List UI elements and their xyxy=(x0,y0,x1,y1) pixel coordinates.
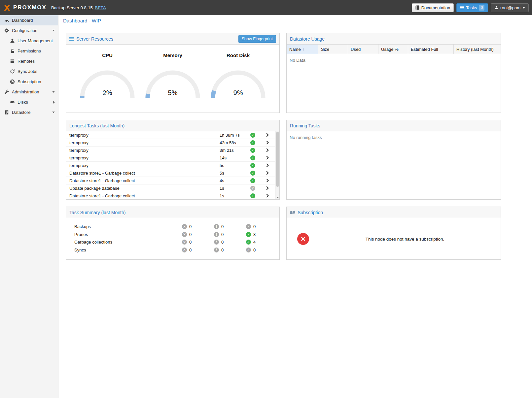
gauge-value: 9% xyxy=(209,89,267,97)
warning-count: 0 xyxy=(221,224,224,229)
warning-count-cell[interactable]: 0 xyxy=(214,224,246,229)
summary-row-label: Prunes xyxy=(66,232,182,237)
task-status-icon xyxy=(250,171,255,176)
sidebar-item-administration[interactable]: Administration xyxy=(0,87,58,97)
error-count-cell[interactable]: 0 xyxy=(182,232,214,237)
chevron-right-icon[interactable] xyxy=(53,101,55,104)
subscription-title: Subscription xyxy=(298,210,323,215)
longest-tasks-title: Longest Tasks (last Month) xyxy=(69,123,124,128)
ok-count-cell[interactable]: 3 xyxy=(246,232,278,237)
task-row[interactable]: termproxy 14s xyxy=(66,154,279,162)
error-count: 0 xyxy=(189,232,192,237)
task-row[interactable]: termproxy 5s xyxy=(66,162,279,169)
scrollbar-thumb[interactable] xyxy=(276,132,279,187)
sidebar-item-label: Sync Jobs xyxy=(18,69,37,74)
sidebar-item-configuration[interactable]: Configuration xyxy=(0,25,58,36)
task-open-action[interactable] xyxy=(260,133,275,137)
sidebar-item-label: Permissions xyxy=(18,49,41,53)
gauge-label: Memory xyxy=(144,52,202,58)
server-resources-header: Server Resources Show Fingerprint xyxy=(66,33,279,45)
chevron-right-icon xyxy=(266,186,269,190)
chevron-right-icon xyxy=(266,148,269,152)
column-header-usage-pct[interactable]: Usage % xyxy=(378,45,408,54)
task-row[interactable]: termproxy 1h 38m 7s xyxy=(66,131,279,139)
task-row[interactable]: termproxy 42m 58s xyxy=(66,139,279,147)
chevron-down-icon[interactable] xyxy=(52,112,55,113)
task-name: termproxy xyxy=(66,163,220,168)
chevron-down-icon[interactable] xyxy=(52,30,55,31)
sidebar-item-sync-jobs[interactable]: Sync Jobs xyxy=(0,66,58,77)
task-duration: 3m 21s xyxy=(220,148,245,153)
warning-count-cell[interactable]: 0 xyxy=(214,240,246,245)
task-open-action[interactable] xyxy=(260,171,275,175)
ok-count-cell[interactable]: 0 xyxy=(246,248,278,252)
scrollbar-track[interactable] xyxy=(275,131,279,199)
ok-count: 3 xyxy=(253,232,256,237)
task-name: Update package database xyxy=(66,186,220,191)
error-count-cell[interactable]: 0 xyxy=(182,224,214,229)
unlock-icon xyxy=(10,49,15,54)
task-open-action[interactable] xyxy=(260,156,275,160)
task-row[interactable]: termproxy 3m 21s xyxy=(66,147,279,154)
warning-count: 0 xyxy=(221,240,224,245)
product-version-label: Backup Server 0.8-15 xyxy=(51,5,93,10)
sidebar-item-remotes[interactable]: Remotes xyxy=(0,56,58,66)
beta-link[interactable]: BETA xyxy=(95,5,106,10)
warning-count-cell[interactable]: 0 xyxy=(214,248,246,252)
sidebar-item-disks[interactable]: Disks xyxy=(0,97,58,107)
sidebar-item-label: Remotes xyxy=(18,59,35,64)
cpu-gauge: CPU 2% xyxy=(78,52,136,98)
column-header-size[interactable]: Size xyxy=(318,45,348,54)
running-tasks-header: Running Tasks xyxy=(287,120,501,131)
tasks-button[interactable]: Tasks 0 xyxy=(456,3,488,12)
ok-icon xyxy=(246,248,251,252)
ok-count: 4 xyxy=(253,240,256,245)
task-open-action[interactable] xyxy=(260,163,275,167)
error-count-cell[interactable]: 0 xyxy=(182,248,214,252)
task-list-icon xyxy=(460,6,464,9)
show-fingerprint-button[interactable]: Show Fingerprint xyxy=(238,35,276,43)
tasks-count-badge: 0 xyxy=(479,5,484,11)
ok-count-cell[interactable]: 4 xyxy=(246,240,278,245)
task-summary-header: Task Summary (last Month) xyxy=(66,207,279,218)
task-open-action[interactable] xyxy=(260,186,275,190)
sidebar-item-permissions[interactable]: Permissions xyxy=(0,46,58,56)
dashboard-content: Server Resources Show Fingerprint CPU 2% xyxy=(58,26,532,260)
task-name: Datastore store1 - Garbage collect xyxy=(66,171,220,176)
task-row[interactable]: Datastore store1 - Garbage collect 5s xyxy=(66,169,279,177)
chevron-down-icon[interactable] xyxy=(52,91,55,93)
column-header-estimated-full[interactable]: Estimated Full xyxy=(408,45,454,54)
sidebar-item-dashboard[interactable]: Dashboard xyxy=(0,15,58,25)
sidebar-item-datastore[interactable]: Datastore xyxy=(0,107,58,117)
task-open-action[interactable] xyxy=(260,148,275,152)
task-open-action[interactable] xyxy=(260,194,275,198)
sidebar-item-subscription[interactable]: Subscription xyxy=(0,77,58,87)
longest-tasks-panel: Longest Tasks (last Month) termproxy 1h … xyxy=(66,120,280,200)
user-menu-label: root@pam xyxy=(500,5,520,10)
task-row[interactable]: Datastore store1 - Garbage collect 1s xyxy=(66,192,279,199)
column-header-used[interactable]: Used xyxy=(348,45,378,54)
sidebar-item-label: Administration xyxy=(12,89,39,94)
warning-count-cell[interactable]: 0 xyxy=(214,232,246,237)
task-open-action[interactable] xyxy=(260,179,275,182)
sidebar-item-label: User Management xyxy=(18,38,53,43)
column-header-name[interactable]: Name ↑ xyxy=(287,45,318,54)
error-icon xyxy=(182,240,187,245)
documentation-button[interactable]: Documentation xyxy=(412,3,454,12)
task-open-action[interactable] xyxy=(260,141,275,145)
error-count-cell[interactable]: 0 xyxy=(182,240,214,245)
user-menu-button[interactable]: root@pam xyxy=(491,3,529,12)
support-icon xyxy=(10,79,15,84)
task-row[interactable]: Update package database 1s xyxy=(66,184,279,192)
column-header-history[interactable]: History (last Month) xyxy=(454,45,501,54)
chevron-right-icon xyxy=(266,163,269,167)
ok-count-cell[interactable]: 0 xyxy=(246,224,278,229)
task-row[interactable]: Datastore store1 - Garbage collect 4s xyxy=(66,177,279,184)
subscription-message: This node does not have a subscription. xyxy=(309,237,501,242)
ok-icon xyxy=(246,240,251,245)
warning-count: 0 xyxy=(221,232,224,237)
error-count: 0 xyxy=(189,224,192,229)
sidebar-item-user-management[interactable]: User Management xyxy=(0,36,58,46)
task-duration: 5s xyxy=(220,171,245,176)
scrollbar-down-arrow-icon[interactable] xyxy=(276,197,279,198)
